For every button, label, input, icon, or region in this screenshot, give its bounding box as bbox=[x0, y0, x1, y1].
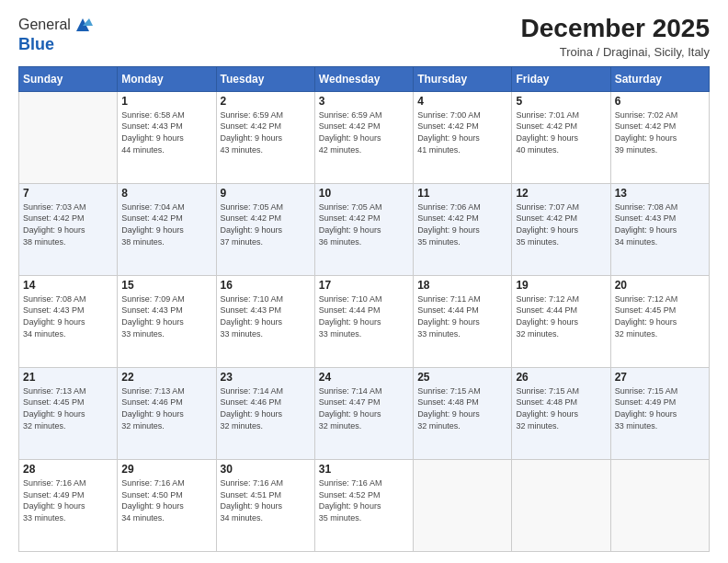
day-number: 1 bbox=[121, 95, 211, 108]
day-info: Sunrise: 7:10 AMSunset: 4:44 PMDaylight:… bbox=[319, 293, 409, 339]
calendar-cell: 1Sunrise: 6:58 AMSunset: 4:43 PMDaylight… bbox=[118, 91, 216, 183]
day-number: 28 bbox=[23, 463, 113, 476]
day-info: Sunrise: 7:02 AMSunset: 4:42 PMDaylight:… bbox=[615, 109, 705, 155]
calendar-week-row: 1Sunrise: 6:58 AMSunset: 4:43 PMDaylight… bbox=[19, 91, 710, 183]
day-info: Sunrise: 7:12 AMSunset: 4:45 PMDaylight:… bbox=[615, 293, 705, 339]
day-number: 24 bbox=[319, 371, 409, 384]
day-number: 27 bbox=[615, 371, 705, 384]
day-info: Sunrise: 7:16 AMSunset: 4:51 PMDaylight:… bbox=[221, 477, 311, 523]
day-info: Sunrise: 7:09 AMSunset: 4:43 PMDaylight:… bbox=[121, 293, 211, 339]
day-info: Sunrise: 7:05 AMSunset: 4:42 PMDaylight:… bbox=[319, 201, 409, 247]
day-number: 22 bbox=[121, 371, 211, 384]
calendar-cell: 15Sunrise: 7:09 AMSunset: 4:43 PMDayligh… bbox=[118, 275, 216, 367]
calendar-week-row: 28Sunrise: 7:16 AMSunset: 4:49 PMDayligh… bbox=[19, 459, 710, 551]
calendar-cell: 25Sunrise: 7:15 AMSunset: 4:48 PMDayligh… bbox=[414, 367, 512, 459]
calendar-week-row: 21Sunrise: 7:13 AMSunset: 4:45 PMDayligh… bbox=[19, 367, 710, 459]
weekday-header-sunday: Sunday bbox=[19, 66, 118, 91]
day-info: Sunrise: 7:06 AMSunset: 4:42 PMDaylight:… bbox=[417, 201, 507, 247]
day-number: 11 bbox=[417, 187, 507, 200]
logo-general-text: General bbox=[18, 17, 71, 33]
day-number: 4 bbox=[417, 95, 507, 108]
day-info: Sunrise: 7:07 AMSunset: 4:42 PMDaylight:… bbox=[516, 201, 606, 247]
day-number: 16 bbox=[221, 279, 311, 292]
logo: General Blue bbox=[18, 15, 93, 54]
day-info: Sunrise: 6:58 AMSunset: 4:43 PMDaylight:… bbox=[121, 109, 211, 155]
calendar-week-row: 14Sunrise: 7:08 AMSunset: 4:43 PMDayligh… bbox=[19, 275, 710, 367]
day-number: 17 bbox=[319, 279, 409, 292]
day-info: Sunrise: 7:04 AMSunset: 4:42 PMDaylight:… bbox=[121, 201, 211, 247]
calendar-cell: 2Sunrise: 6:59 AMSunset: 4:42 PMDaylight… bbox=[216, 91, 314, 183]
day-number: 2 bbox=[221, 95, 311, 108]
title-section: December 2025 Troina / Draginai, Sicily,… bbox=[521, 15, 710, 59]
calendar-cell bbox=[610, 459, 709, 551]
day-info: Sunrise: 6:59 AMSunset: 4:42 PMDaylight:… bbox=[221, 109, 311, 155]
calendar-cell: 23Sunrise: 7:14 AMSunset: 4:46 PMDayligh… bbox=[216, 367, 314, 459]
calendar-cell: 10Sunrise: 7:05 AMSunset: 4:42 PMDayligh… bbox=[314, 183, 413, 275]
day-number: 5 bbox=[516, 95, 606, 108]
weekday-header-row: SundayMondayTuesdayWednesdayThursdayFrid… bbox=[19, 66, 710, 91]
calendar-cell: 27Sunrise: 7:15 AMSunset: 4:49 PMDayligh… bbox=[610, 367, 709, 459]
calendar-table: SundayMondayTuesdayWednesdayThursdayFrid… bbox=[18, 66, 710, 552]
day-number: 29 bbox=[121, 463, 211, 476]
day-info: Sunrise: 7:05 AMSunset: 4:42 PMDaylight:… bbox=[221, 201, 311, 247]
day-number: 8 bbox=[121, 187, 211, 200]
calendar-cell: 8Sunrise: 7:04 AMSunset: 4:42 PMDaylight… bbox=[118, 183, 216, 275]
day-number: 20 bbox=[615, 279, 705, 292]
day-number: 31 bbox=[319, 463, 409, 476]
calendar-cell: 11Sunrise: 7:06 AMSunset: 4:42 PMDayligh… bbox=[414, 183, 512, 275]
day-info: Sunrise: 7:00 AMSunset: 4:42 PMDaylight:… bbox=[417, 109, 507, 155]
weekday-header-friday: Friday bbox=[512, 66, 610, 91]
calendar-cell: 26Sunrise: 7:15 AMSunset: 4:48 PMDayligh… bbox=[512, 367, 610, 459]
day-number: 6 bbox=[615, 95, 705, 108]
calendar-cell: 17Sunrise: 7:10 AMSunset: 4:44 PMDayligh… bbox=[314, 275, 413, 367]
day-number: 18 bbox=[417, 279, 507, 292]
day-info: Sunrise: 7:13 AMSunset: 4:46 PMDaylight:… bbox=[121, 385, 211, 431]
day-info: Sunrise: 7:08 AMSunset: 4:43 PMDaylight:… bbox=[615, 201, 705, 247]
weekday-header-thursday: Thursday bbox=[414, 66, 512, 91]
calendar-cell: 16Sunrise: 7:10 AMSunset: 4:43 PMDayligh… bbox=[216, 275, 314, 367]
day-info: Sunrise: 7:01 AMSunset: 4:42 PMDaylight:… bbox=[516, 109, 606, 155]
calendar-week-row: 7Sunrise: 7:03 AMSunset: 4:42 PMDaylight… bbox=[19, 183, 710, 275]
logo-icon bbox=[73, 15, 93, 35]
calendar-cell: 20Sunrise: 7:12 AMSunset: 4:45 PMDayligh… bbox=[610, 275, 709, 367]
day-info: Sunrise: 7:12 AMSunset: 4:44 PMDaylight:… bbox=[516, 293, 606, 339]
day-info: Sunrise: 7:15 AMSunset: 4:49 PMDaylight:… bbox=[615, 385, 705, 431]
calendar-cell: 14Sunrise: 7:08 AMSunset: 4:43 PMDayligh… bbox=[19, 275, 118, 367]
day-info: Sunrise: 7:14 AMSunset: 4:46 PMDaylight:… bbox=[221, 385, 311, 431]
calendar-cell: 13Sunrise: 7:08 AMSunset: 4:43 PMDayligh… bbox=[610, 183, 709, 275]
calendar-cell: 3Sunrise: 6:59 AMSunset: 4:42 PMDaylight… bbox=[314, 91, 413, 183]
day-info: Sunrise: 7:14 AMSunset: 4:47 PMDaylight:… bbox=[319, 385, 409, 431]
day-info: Sunrise: 7:13 AMSunset: 4:45 PMDaylight:… bbox=[23, 385, 113, 431]
day-number: 15 bbox=[121, 279, 211, 292]
weekday-header-saturday: Saturday bbox=[610, 66, 709, 91]
location: Troina / Draginai, Sicily, Italy bbox=[521, 45, 710, 59]
month-title: December 2025 bbox=[521, 15, 710, 43]
day-info: Sunrise: 7:10 AMSunset: 4:43 PMDaylight:… bbox=[221, 293, 311, 339]
calendar-cell: 22Sunrise: 7:13 AMSunset: 4:46 PMDayligh… bbox=[118, 367, 216, 459]
calendar-cell: 19Sunrise: 7:12 AMSunset: 4:44 PMDayligh… bbox=[512, 275, 610, 367]
day-number: 19 bbox=[516, 279, 606, 292]
page: General Blue December 2025 Troina / Drag… bbox=[0, 0, 728, 563]
day-number: 23 bbox=[221, 371, 311, 384]
calendar-cell bbox=[512, 459, 610, 551]
day-info: Sunrise: 7:15 AMSunset: 4:48 PMDaylight:… bbox=[516, 385, 606, 431]
calendar-cell: 6Sunrise: 7:02 AMSunset: 4:42 PMDaylight… bbox=[610, 91, 709, 183]
logo-blue-text: Blue bbox=[18, 35, 54, 53]
day-number: 10 bbox=[319, 187, 409, 200]
day-number: 13 bbox=[615, 187, 705, 200]
day-info: Sunrise: 7:16 AMSunset: 4:52 PMDaylight:… bbox=[319, 477, 409, 523]
calendar-cell bbox=[414, 459, 512, 551]
day-info: Sunrise: 7:08 AMSunset: 4:43 PMDaylight:… bbox=[23, 293, 113, 339]
calendar-cell: 9Sunrise: 7:05 AMSunset: 4:42 PMDaylight… bbox=[216, 183, 314, 275]
day-info: Sunrise: 7:16 AMSunset: 4:50 PMDaylight:… bbox=[121, 477, 211, 523]
weekday-header-monday: Monday bbox=[118, 66, 216, 91]
day-number: 25 bbox=[417, 371, 507, 384]
calendar-cell bbox=[19, 91, 118, 183]
day-info: Sunrise: 7:03 AMSunset: 4:42 PMDaylight:… bbox=[23, 201, 113, 247]
day-info: Sunrise: 7:16 AMSunset: 4:49 PMDaylight:… bbox=[23, 477, 113, 523]
calendar-cell: 28Sunrise: 7:16 AMSunset: 4:49 PMDayligh… bbox=[19, 459, 118, 551]
calendar-cell: 12Sunrise: 7:07 AMSunset: 4:42 PMDayligh… bbox=[512, 183, 610, 275]
day-number: 21 bbox=[23, 371, 113, 384]
calendar-cell: 29Sunrise: 7:16 AMSunset: 4:50 PMDayligh… bbox=[118, 459, 216, 551]
day-number: 26 bbox=[516, 371, 606, 384]
